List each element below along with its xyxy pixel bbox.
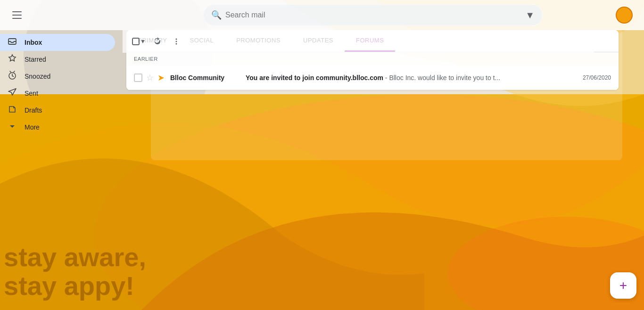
email-sender: Blloc Community [170,74,246,82]
sidebar-item-starred-label: Starred [25,56,46,63]
select-button[interactable]: ▼ [130,33,147,50]
menu-button[interactable] [8,6,26,24]
drafts-icon [8,105,17,116]
email-subject-preview: You are invited to join community.blloc.… [246,74,575,82]
sidebar-item-sent[interactable]: Sent [0,85,115,102]
svg-rect-6 [132,38,139,45]
sidebar-item-more-label: More [25,123,40,131]
sidebar-item-more[interactable]: More [0,119,115,136]
topbar: 🔍 ▼ [0,0,644,30]
sidebar-item-drafts[interactable]: Drafts [0,102,115,119]
topbar-center: 🔍 ▼ [134,4,612,26]
email-checkbox[interactable] [134,73,142,82]
sent-icon [8,88,17,99]
sidebar-item-inbox-label: Inbox [25,39,42,46]
snoozed-icon [8,71,17,82]
email-date: 27/06/2020 [583,74,611,81]
svg-point-9 [176,43,177,45]
category-icon: ➤ [157,73,165,83]
email-subject: You are invited to join community.blloc.… [246,74,383,82]
section-label: EARLIER [126,52,619,65]
email-preview: - Blloc Inc. would like to invite you to… [385,74,500,82]
topbar-left [8,6,130,24]
topbar-right [616,7,636,24]
avatar[interactable] [616,7,633,24]
more-icon [8,122,17,133]
search-bar: 🔍 ▼ [203,4,543,26]
search-input[interactable] [225,11,521,19]
sidebar-item-snoozed[interactable]: Snoozed [0,68,115,85]
compose-fab-button[interactable]: + [610,272,636,299]
sidebar-item-inbox[interactable]: Inbox [0,34,115,51]
more-options-button[interactable] [168,33,185,50]
sidebar: Inbox Starred Snoozed Sent [0,0,123,310]
refresh-button[interactable] [149,33,166,50]
table-row[interactable]: ☆ ➤ Blloc Community You are invited to j… [126,65,619,90]
starred-icon [8,54,17,65]
main-content: PRIMARY SOCIAL PROMOTIONS UPDATES FORUMS… [123,30,622,310]
hamburger-icon [12,11,22,19]
svg-point-7 [176,39,177,40]
sidebar-item-sent-label: Sent [25,90,38,97]
search-icon: 🔍 [211,10,222,20]
compose-fab-icon: + [619,278,627,293]
svg-point-8 [176,41,177,42]
sidebar-item-starred[interactable]: Starred [0,51,115,68]
toolbar: ▼ [123,30,594,53]
sidebar-item-snoozed-label: Snoozed [25,73,50,80]
inbox-icon [8,37,17,49]
sidebar-item-drafts-label: Drafts [25,106,42,114]
search-dropdown-button[interactable]: ▼ [525,10,535,21]
star-button[interactable]: ☆ [146,73,154,83]
